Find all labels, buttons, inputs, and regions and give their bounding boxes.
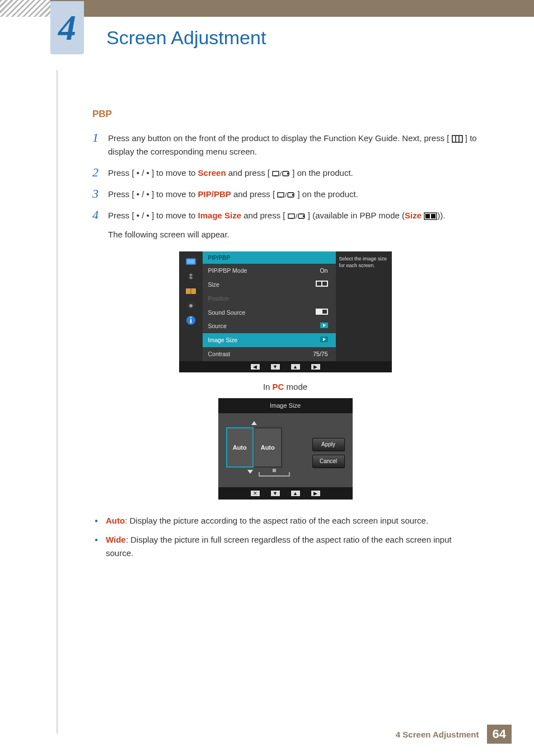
nav-right-key-icon[interactable]: ▶ <box>311 490 321 497</box>
svg-marker-23 <box>189 273 193 279</box>
nav-close-key-icon[interactable]: ✕ <box>250 490 260 497</box>
label: PIP/PBP Mode <box>208 266 247 276</box>
menu-item-size[interactable]: Size <box>203 278 336 292</box>
osd-dialog-image-size: Image Size Auto Auto Apply Cancel ✕ <box>218 398 353 500</box>
select-source-key-icon: / <box>272 170 290 178</box>
label: Image Size <box>208 335 238 345</box>
menu-item-source[interactable]: Source <box>203 319 336 333</box>
apply-button[interactable]: Apply <box>312 438 345 451</box>
svg-rect-38 <box>190 317 191 318</box>
osd-hint-panel: Select the image size for each screen. <box>336 251 392 361</box>
svg-rect-0 <box>452 136 462 142</box>
svg-rect-13 <box>288 214 294 218</box>
bullet-icon: ● <box>95 514 106 528</box>
settings-tab-icon[interactable] <box>184 300 198 312</box>
text: ] on the product. <box>297 189 358 199</box>
menu-item-contrast[interactable]: Contrast75/75 <box>203 347 336 361</box>
screen-tab-icon[interactable] <box>184 270 198 283</box>
chapter-header: 4 Screen Adjustment <box>0 17 534 70</box>
svg-line-32 <box>187 302 188 303</box>
step-number: 4 <box>92 209 108 241</box>
text: ] on the product. <box>292 168 353 178</box>
cancel-button[interactable]: Cancel <box>312 455 345 468</box>
menu-item-sound-source[interactable]: Sound Source <box>203 306 336 320</box>
chapter-number-box: 4 <box>50 1 84 54</box>
text: and press [ <box>241 211 285 220</box>
pip-pbp-tab-icon[interactable] <box>184 285 198 297</box>
nav-up-key-icon[interactable]: ▲ <box>291 363 301 370</box>
page-footer: 4 Screen Adjustment 64 <box>396 725 512 744</box>
svg-text:/: / <box>280 170 282 177</box>
text: and press [ <box>226 168 270 178</box>
text: : Display the picture according to the a… <box>125 516 428 525</box>
select-source-key-icon: / <box>277 191 295 199</box>
svg-rect-43 <box>322 310 327 314</box>
arrow-down-icon <box>247 470 253 474</box>
osd-menu-pip-pbp: PIP/PBP PIP/PBP ModeOn Size Position Sou… <box>179 251 392 372</box>
page-content: PBP 1 Press any button on the front of t… <box>92 106 478 560</box>
nav-down-key-icon[interactable]: ▼ <box>270 490 280 497</box>
list-item: ● Wide: Display the picture in full scre… <box>95 533 478 560</box>
text: In <box>263 382 273 391</box>
keyword-auto: Auto <box>106 516 125 525</box>
pbp-right-screen[interactable]: Auto <box>255 427 282 468</box>
svg-line-33 <box>194 309 195 310</box>
svg-text:/: / <box>296 213 298 220</box>
step-3: 3 Press [ • / • ] to move to PIP/PBP and… <box>92 188 478 201</box>
svg-rect-41 <box>322 282 327 286</box>
svg-rect-8 <box>278 193 284 197</box>
nav-down-key-icon[interactable]: ▼ <box>270 363 280 370</box>
step-text: Press [ • / • ] to move to Screen and pr… <box>108 166 478 180</box>
label: Contrast <box>208 349 231 359</box>
nav-left-key-icon[interactable]: ◀ <box>250 363 260 370</box>
keyword-image-size: Image Size <box>198 211 242 220</box>
osd-menu-list: PIP/PBP PIP/PBP ModeOn Size Position Sou… <box>203 251 336 361</box>
info-tab-icon[interactable] <box>184 314 198 326</box>
menu-item-position: Position <box>203 292 336 306</box>
text: Press [ • / • ] to move to <box>108 211 198 220</box>
svg-rect-3 <box>273 171 279 176</box>
chapter-title: Screen Adjustment <box>106 27 266 49</box>
menu-item-image-size-selected[interactable]: Image Size <box>203 333 336 347</box>
text: mode <box>284 382 307 391</box>
svg-text:/: / <box>285 192 287 198</box>
menu-key-icon <box>452 135 463 143</box>
nav-up-key-icon[interactable]: ▲ <box>291 490 301 497</box>
list-item: ● Auto: Display the picture according to… <box>95 514 478 528</box>
bullet-icon: ● <box>95 533 106 560</box>
left-margin-strip <box>56 70 58 734</box>
label: Size <box>208 280 219 290</box>
keyword-size: Size <box>405 211 421 220</box>
text: ] (available in PBP mode ( <box>308 211 405 220</box>
label: Position <box>208 294 229 304</box>
picture-tab-icon[interactable] <box>184 256 198 268</box>
pbp-size-glyph-icon <box>316 280 328 290</box>
header-hatch-decoration <box>0 0 50 17</box>
step-2: 2 Press [ • / • ] to move to Screen and … <box>92 166 478 180</box>
osd2-caption: In PC mode <box>92 380 478 394</box>
osd-menu-title: PIP/PBP <box>203 251 336 264</box>
footer-chapter-ref: 4 Screen Adjustment <box>396 730 479 739</box>
text: Press any button on the front of the pro… <box>108 133 449 143</box>
section-heading: PBP <box>92 106 478 122</box>
label: Sound Source <box>208 308 246 318</box>
svg-line-35 <box>187 309 188 310</box>
osd2-title: Image Size <box>218 398 353 414</box>
step-text: Press any button on the front of the pro… <box>108 132 478 158</box>
arrow-right-icon <box>320 335 328 345</box>
step-number: 2 <box>92 166 108 180</box>
text: Press [ • / • ] to move to <box>108 189 198 199</box>
pbp-left-screen[interactable]: Auto <box>226 427 254 468</box>
svg-rect-37 <box>190 319 191 323</box>
step-text: Press [ • / • ] to move to PIP/PBP and p… <box>108 188 478 201</box>
step-number: 1 <box>92 132 108 158</box>
menu-item-mode[interactable]: PIP/PBP ModeOn <box>203 264 336 278</box>
osd2-nav-keys: ✕ ▼ ▲ ▶ <box>218 487 353 500</box>
footer-page-number: 64 <box>487 725 512 744</box>
osd-category-icons <box>179 251 203 361</box>
nav-right-key-icon[interactable]: ▶ <box>311 363 321 370</box>
pbp-size-icon <box>424 212 437 220</box>
text: )). <box>437 211 445 220</box>
chapter-number: 4 <box>58 7 76 49</box>
pbp-preview: Auto Auto <box>226 427 282 468</box>
